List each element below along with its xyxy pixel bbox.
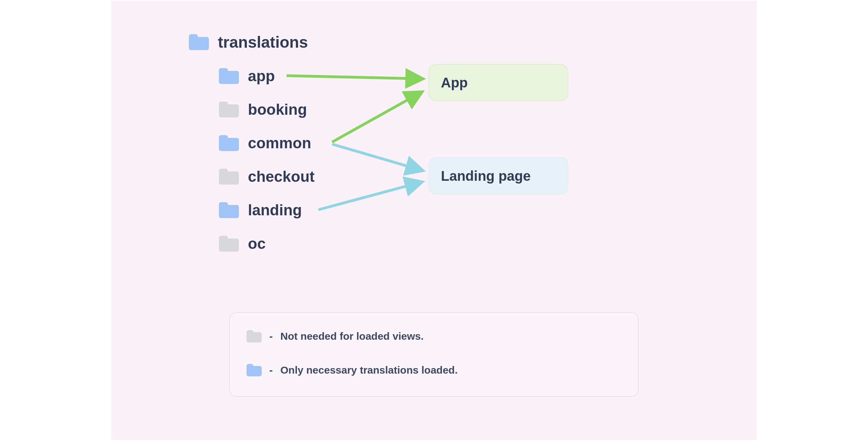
arrows (111, 1, 757, 312)
arrow-common-to-app (332, 92, 421, 142)
diagram-stage: translations app booking common checkout… (111, 1, 757, 440)
dash: - (269, 364, 273, 376)
folder-icon (247, 364, 262, 376)
legend-row-blue: - Only necessary translations loaded. (247, 364, 458, 376)
legend-grey-text: Not needed for loaded views. (280, 330, 424, 342)
legend-blue-text: Only necessary translations loaded. (280, 364, 458, 376)
folder-icon (247, 330, 262, 343)
arrow-landing-to-landing (318, 182, 421, 210)
legend-row-grey: - Not needed for loaded views. (247, 330, 424, 343)
legend-box: - Not needed for loaded views. - Only ne… (229, 312, 639, 397)
arrow-common-to-landing (332, 144, 422, 170)
arrow-app-to-app (287, 76, 422, 79)
dash: - (269, 330, 273, 342)
